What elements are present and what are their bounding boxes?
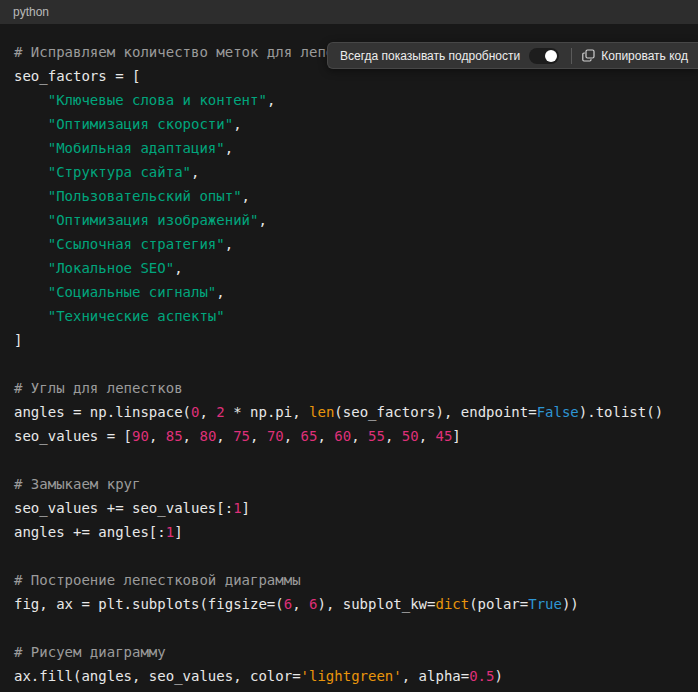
code-line: "Ключевые слова и контент", (14, 88, 684, 112)
code-line: "Локальное SEO", (14, 256, 684, 280)
code-line (14, 448, 684, 472)
code-line: angles += angles[:1] (14, 520, 684, 544)
code-line: "Ссылочная стратегия", (14, 232, 684, 256)
code-line: seo_values += seo_values[:1] (14, 496, 684, 520)
code-line: # Построение лепестковой диаграммы (14, 568, 684, 592)
code-line: # Рисуем диаграмму (14, 640, 684, 664)
code-line: "Оптимизация скорости", (14, 112, 684, 136)
code-line (14, 352, 684, 376)
toggle-knob (545, 50, 557, 62)
code-line: # Углы для лепестков (14, 376, 684, 400)
code-line: ax.fill(angles, seo_values, color='light… (14, 664, 684, 688)
code-line: angles = np.linspace(0, 2 * np.pi, len(s… (14, 400, 684, 424)
code-content: # Исправляем количество меток для лепест… (0, 24, 698, 688)
code-line: "Технические аспекты" (14, 304, 684, 328)
copy-code-button[interactable]: Копировать код (582, 49, 688, 63)
code-line: "Пользовательский опыт", (14, 184, 684, 208)
copy-icon (582, 49, 595, 62)
code-line: "Оптимизация изображений", (14, 208, 684, 232)
toolbar-divider (571, 48, 572, 64)
code-line: fig, ax = plt.subplots(figsize=(6, 6), s… (14, 592, 684, 616)
code-line: "Социальные сигналы", (14, 280, 684, 304)
code-line: # Замыкаем круг (14, 472, 684, 496)
code-line: seo_values = [90, 85, 80, 75, 70, 65, 60… (14, 424, 684, 448)
code-line: ] (14, 328, 684, 352)
code-line: "Структура сайта", (14, 160, 684, 184)
code-block: python # Исправляем количество меток для… (0, 0, 698, 692)
code-language-bar: python (0, 0, 698, 24)
code-language-label: python (13, 5, 49, 19)
copy-code-label: Копировать код (601, 49, 688, 63)
always-show-details-toggle[interactable] (529, 48, 559, 64)
always-show-details-label: Всегда показывать подробности (340, 49, 520, 63)
code-line: "Мобильная адаптация", (14, 136, 684, 160)
code-line (14, 544, 684, 568)
code-toolbar: Всегда показывать подробности Копировать… (327, 42, 698, 69)
code-line (14, 616, 684, 640)
